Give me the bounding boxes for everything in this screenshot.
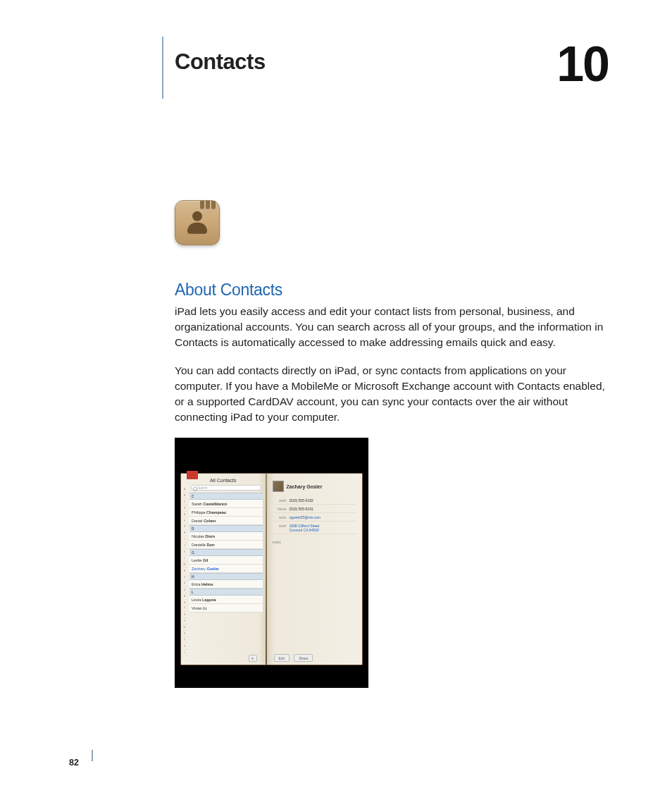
index-letter[interactable]: O [182, 574, 187, 581]
field-label: home [273, 507, 287, 511]
bookmark-ribbon-icon [187, 471, 198, 479]
index-letter[interactable]: # [182, 650, 187, 656]
index-letter[interactable]: E [182, 512, 187, 518]
index-letter[interactable]: B [182, 493, 187, 499]
contacts-app-icon [175, 200, 220, 245]
section-header: C [189, 493, 263, 500]
contact-row[interactable]: Linda Laguna [189, 596, 263, 604]
footer-rule [92, 750, 93, 761]
field-value[interactable]: (510) 555-0191 [290, 507, 313, 511]
contacts-app-screenshot: All Contacts Search ABCDEFGHIJKLMNOPQRST… [175, 438, 368, 688]
detail-field[interactable]: work1608 Clifford Street Concord CA 9452… [273, 522, 357, 534]
field-value[interactable]: zgosler55@me.com [290, 515, 321, 519]
chapter-title: Contacts [175, 39, 266, 75]
section-header: H [189, 573, 263, 580]
field-label: work [273, 498, 287, 503]
index-letter[interactable]: Z [182, 643, 187, 650]
chapter-number: 10 [556, 39, 609, 89]
contact-row[interactable]: Danielle Durr [189, 541, 263, 549]
index-letter[interactable]: A [182, 486, 187, 493]
field-label: work [273, 515, 287, 519]
contact-row[interactable]: Vivian Li [189, 604, 263, 612]
chapter-header: Contacts 10 [175, 39, 609, 96]
add-contact-button[interactable]: + [249, 655, 257, 662]
contact-row[interactable]: Nicolas Divin [189, 532, 263, 541]
index-letter[interactable]: H [182, 530, 187, 536]
notes-label: notes [273, 540, 357, 544]
index-letter[interactable]: I [182, 536, 187, 543]
contact-row[interactable]: Sarah Castelblanco [189, 500, 263, 508]
detail-field[interactable]: home(510) 555-0191 [273, 505, 357, 513]
body-paragraph-2: You can add contacts directly on iPad, o… [175, 363, 609, 425]
index-letter[interactable]: L [182, 555, 187, 562]
contact-row[interactable]: Zachary Gosler [189, 565, 263, 573]
contacts-list-page: All Contacts Search ABCDEFGHIJKLMNOPQRST… [181, 474, 266, 665]
index-letter[interactable]: P [182, 581, 187, 587]
contact-row[interactable]: Philippe Champeau [189, 508, 263, 517]
detail-field[interactable]: work(510) 555-0182 [273, 496, 357, 505]
contact-row[interactable]: Daniel Cohen [189, 517, 263, 525]
index-letter[interactable]: N [182, 568, 187, 574]
section-header: L [189, 589, 263, 596]
index-letter[interactable]: S [182, 600, 187, 606]
contact-detail-name: Zachary Gosler [287, 484, 323, 489]
contact-detail-page: Zachary Gosler work(510) 555-0182home(51… [267, 474, 363, 665]
contact-row[interactable]: Leslie Gil [189, 556, 263, 565]
index-letter[interactable]: U [182, 612, 187, 618]
section-header: D [189, 525, 263, 532]
share-button[interactable]: Share [294, 654, 313, 662]
search-input[interactable]: Search [191, 485, 261, 491]
detail-field[interactable]: workzgosler55@me.com [273, 513, 357, 522]
alphabet-index[interactable]: ABCDEFGHIJKLMNOPQRSTUVWXYZ# [182, 486, 187, 656]
index-letter[interactable]: R [182, 593, 187, 600]
index-letter[interactable]: F [182, 518, 187, 524]
index-letter[interactable]: K [182, 549, 187, 555]
contact-row[interactable]: Erica Helms [189, 580, 263, 589]
index-letter[interactable]: M [182, 562, 187, 568]
index-letter[interactable]: X [182, 631, 187, 637]
index-letter[interactable]: Q [182, 587, 187, 593]
index-letter[interactable]: V [182, 618, 187, 624]
section-heading: About Contacts [175, 281, 609, 300]
section-header: G [189, 549, 263, 556]
index-letter[interactable]: D [182, 505, 187, 512]
field-value[interactable]: (510) 555-0182 [290, 498, 313, 503]
index-letter[interactable]: Y [182, 637, 187, 643]
page-number: 82 [69, 758, 79, 768]
field-label: work [273, 524, 287, 532]
header-divider [162, 37, 163, 99]
index-letter[interactable]: C [182, 499, 187, 505]
contact-avatar [273, 481, 284, 492]
index-letter[interactable]: G [182, 524, 187, 531]
edit-button[interactable]: Edit [274, 654, 290, 662]
body-paragraph-1: iPad lets you easily access and edit you… [175, 304, 609, 350]
index-letter[interactable]: W [182, 624, 187, 631]
contact-list: CSarah CastelblancoPhilippe ChampeauDani… [189, 493, 263, 612]
field-value[interactable]: 1608 Clifford Street Concord CA 94520 [290, 524, 320, 532]
index-letter[interactable]: J [182, 543, 187, 549]
index-letter[interactable]: T [182, 606, 187, 612]
